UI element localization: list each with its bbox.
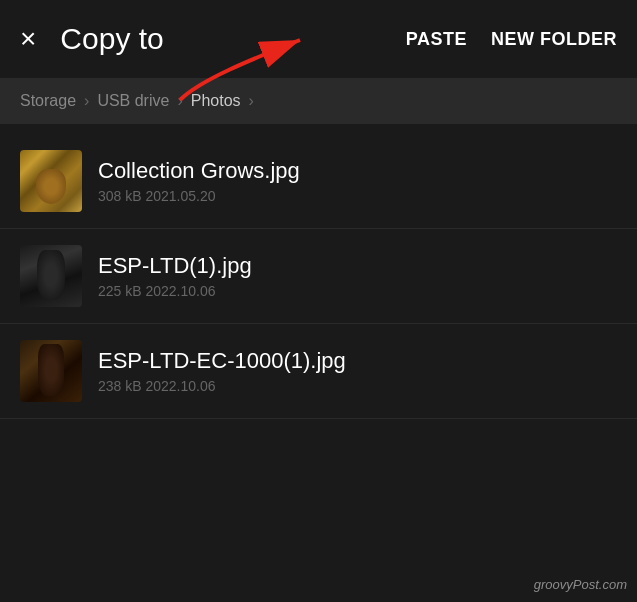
file-list: Collection Grows.jpg308 kB 2021.05.20ESP…: [0, 124, 637, 429]
list-item[interactable]: ESP-LTD(1).jpg225 kB 2022.10.06: [0, 229, 637, 324]
paste-button[interactable]: PASTE: [406, 29, 467, 50]
file-thumbnail: [20, 245, 82, 307]
breadcrumb: Storage › USB drive › Photos ›: [0, 78, 637, 124]
file-meta: 238 kB 2022.10.06: [98, 378, 617, 394]
header: × Copy to PASTE NEW FOLDER: [0, 0, 637, 78]
file-name: ESP-LTD(1).jpg: [98, 253, 617, 279]
breadcrumb-sep-3: ›: [249, 92, 254, 110]
breadcrumb-sep-1: ›: [84, 92, 89, 110]
file-info: Collection Grows.jpg308 kB 2021.05.20: [98, 158, 617, 204]
breadcrumb-storage[interactable]: Storage: [20, 92, 76, 110]
file-info: ESP-LTD-EC-1000(1).jpg238 kB 2022.10.06: [98, 348, 617, 394]
file-name: Collection Grows.jpg: [98, 158, 617, 184]
breadcrumb-photos[interactable]: Photos: [191, 92, 241, 110]
file-thumbnail: [20, 340, 82, 402]
file-thumbnail: [20, 150, 82, 212]
breadcrumb-usb[interactable]: USB drive: [97, 92, 169, 110]
header-actions: PASTE NEW FOLDER: [406, 29, 617, 50]
file-info: ESP-LTD(1).jpg225 kB 2022.10.06: [98, 253, 617, 299]
new-folder-button[interactable]: NEW FOLDER: [491, 29, 617, 50]
file-meta: 308 kB 2021.05.20: [98, 188, 617, 204]
watermark: groovyPost.com: [534, 577, 627, 592]
page-title: Copy to: [60, 22, 385, 56]
close-button[interactable]: ×: [20, 25, 36, 53]
list-item[interactable]: Collection Grows.jpg308 kB 2021.05.20: [0, 134, 637, 229]
list-item[interactable]: ESP-LTD-EC-1000(1).jpg238 kB 2022.10.06: [0, 324, 637, 419]
file-name: ESP-LTD-EC-1000(1).jpg: [98, 348, 617, 374]
breadcrumb-sep-2: ›: [177, 92, 182, 110]
file-meta: 225 kB 2022.10.06: [98, 283, 617, 299]
